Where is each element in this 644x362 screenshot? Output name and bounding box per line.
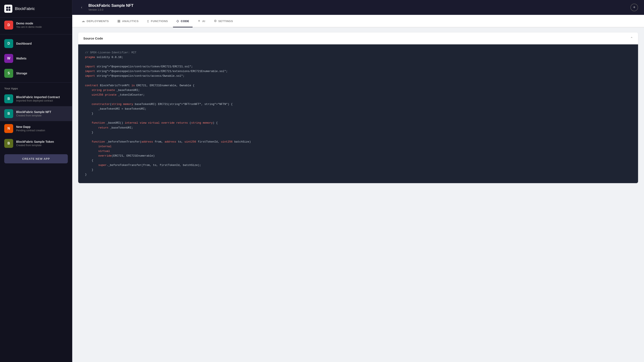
sidebar-app-sample-nft[interactable]: B BlockFabric Sample NFT Created from te… (0, 106, 72, 121)
app-title-imported: BlockFabric Imported Contract (16, 95, 60, 99)
code-block: // SPDX-License-Identifier: MIT pragma s… (78, 44, 638, 183)
demo-subtitle: You are in demo mode (16, 25, 42, 28)
logo-icon (4, 5, 12, 13)
avatar-new-dapp: N (4, 124, 13, 133)
source-code-title: Source Code (83, 36, 103, 40)
logo-text: BlockFabric (15, 6, 35, 11)
tab-ai[interactable]: ✦ AI (194, 15, 209, 27)
tab-label-ai: AI (202, 19, 205, 23)
app-text-sample-token: BlockFabric Sample Token Created from te… (16, 140, 54, 147)
sidebar-app-imported[interactable]: B BlockFabric Imported Contract Imported… (0, 91, 72, 106)
tab-functions[interactable]: Σ FUNCTIONS (144, 15, 171, 27)
tab-label-analytics: ANALYTICS (122, 19, 138, 23)
tabs-bar: ☁ DEPLOYMENTS ▦ ANALYTICS Σ FUNCTIONS ◇ … (72, 15, 644, 27)
title-storage: Storage (16, 72, 27, 75)
tab-icon-deployments: ☁ (82, 19, 85, 23)
app-subtitle-new-dapp: Pending contract creation (16, 129, 45, 132)
demo-text: Demo mode You are in demo mode (16, 22, 42, 28)
app-header: ‹ BlockFabric Sample NFT Version 1.0.0 + (72, 0, 644, 15)
app-title-sample-token: BlockFabric Sample Token (16, 140, 54, 143)
nav-items: D Dashboard W Wallets S Storage (0, 36, 72, 81)
logo: BlockFabric (0, 0, 72, 18)
sidebar: BlockFabric D Demo mode You are in demo … (0, 0, 72, 362)
content-area: Source Code ⌃ // SPDX-License-Identifier… (72, 27, 644, 362)
back-button[interactable]: ‹ (78, 4, 85, 11)
app-subtitle-imported: Imported from deployed contract (16, 99, 60, 102)
text-storage: Storage (16, 72, 27, 75)
tab-icon-settings: ⚙ (214, 19, 217, 23)
sidebar-divider-1 (0, 34, 72, 34)
tab-label-code: CODE (181, 19, 189, 23)
app-items: B BlockFabric Imported Contract Imported… (0, 91, 72, 151)
text-dashboard: Dashboard (16, 42, 32, 45)
collapse-button[interactable]: ⌃ (630, 36, 633, 40)
app-text-sample-nft: BlockFabric Sample NFT Created from temp… (16, 110, 51, 117)
tab-icon-code: ◇ (176, 19, 179, 23)
avatar-wallets: W (4, 54, 13, 63)
title-wallets: Wallets (16, 57, 26, 60)
header-right: + (630, 3, 638, 11)
tab-label-settings: SETTINGS (218, 19, 233, 23)
sidebar-app-new-dapp[interactable]: N New Dapp Pending contract creation (0, 121, 72, 136)
demo-title: Demo mode (16, 22, 42, 25)
header-left: ‹ BlockFabric Sample NFT Version 1.0.0 (78, 3, 134, 11)
svg-rect-1 (8, 6, 10, 8)
app-title-new-dapp: New Dapp (16, 125, 45, 128)
svg-rect-2 (6, 9, 8, 11)
your-apps-label: Your Apps (0, 84, 72, 91)
sidebar-item-dashboard[interactable]: D Dashboard (0, 36, 72, 51)
tab-deployments[interactable]: ☁ DEPLOYMENTS (78, 15, 112, 27)
main-content: ‹ BlockFabric Sample NFT Version 1.0.0 +… (72, 0, 644, 362)
tab-code[interactable]: ◇ CODE (173, 15, 192, 27)
app-text-imported: BlockFabric Imported Contract Imported f… (16, 95, 60, 102)
tab-analytics[interactable]: ▦ ANALYTICS (114, 15, 142, 27)
sidebar-item-storage[interactable]: S Storage (0, 66, 72, 81)
tab-icon-ai: ✦ (198, 19, 201, 23)
sidebar-divider-2 (0, 82, 72, 83)
sidebar-app-sample-token[interactable]: B BlockFabric Sample Token Created from … (0, 136, 72, 151)
header-title-group: BlockFabric Sample NFT Version 1.0.0 (88, 3, 134, 11)
avatar-imported: B (4, 94, 13, 103)
app-subtitle-sample-nft: Created from template (16, 114, 51, 117)
app-title: BlockFabric Sample NFT (88, 3, 134, 8)
app-text-new-dapp: New Dapp Pending contract creation (16, 125, 45, 132)
tab-icon-analytics: ▦ (117, 19, 120, 23)
source-code-section: Source Code ⌃ // SPDX-License-Identifier… (78, 32, 638, 183)
avatar-storage: S (4, 69, 13, 78)
sidebar-item-wallets[interactable]: W Wallets (0, 51, 72, 66)
text-wallets: Wallets (16, 57, 26, 60)
svg-rect-3 (8, 9, 10, 11)
source-code-header: Source Code ⌃ (78, 32, 638, 44)
demo-avatar: D (4, 20, 13, 29)
avatar-sample-token: B (4, 139, 13, 148)
tab-icon-functions: Σ (147, 19, 149, 23)
tab-label-functions: FUNCTIONS (151, 19, 168, 23)
create-new-app-button[interactable]: CREATE NEW APP (4, 154, 68, 163)
sidebar-item-demo[interactable]: D Demo mode You are in demo mode (0, 18, 72, 32)
app-version: Version 1.0.0 (88, 8, 134, 11)
avatar-dashboard: D (4, 39, 13, 48)
title-dashboard: Dashboard (16, 42, 32, 45)
avatar-sample-nft: B (4, 109, 13, 118)
app-subtitle-sample-token: Created from template (16, 144, 54, 147)
app-title-sample-nft: BlockFabric Sample NFT (16, 110, 51, 114)
tab-settings[interactable]: ⚙ SETTINGS (210, 15, 236, 27)
add-button[interactable]: + (630, 3, 638, 11)
svg-rect-0 (6, 6, 8, 8)
tab-label-deployments: DEPLOYMENTS (87, 19, 109, 23)
